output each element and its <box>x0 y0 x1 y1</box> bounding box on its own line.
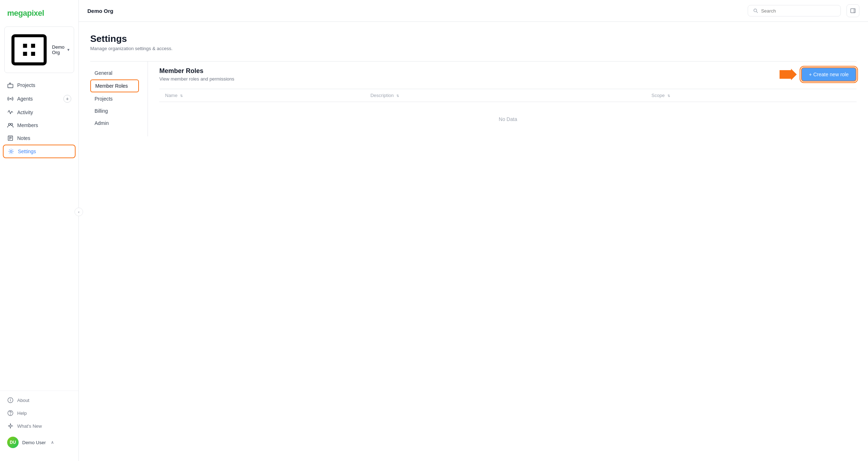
settings-nav-member-roles[interactable]: Member Roles <box>90 79 139 92</box>
svg-point-6 <box>10 98 11 100</box>
sidebar-nav: Projects Agents + Activity <box>0 76 78 390</box>
table-empty-text: No Data <box>159 102 857 137</box>
svg-marker-23 <box>780 69 797 80</box>
search-bar[interactable] <box>748 5 841 16</box>
user-chevron-icon: ∧ <box>51 440 54 445</box>
search-icon <box>753 8 758 14</box>
header: Demo Org <box>79 0 868 22</box>
arrow-indicator <box>780 69 797 80</box>
settings-nav: General Member Roles Projects Billing Ad… <box>90 62 148 136</box>
search-input[interactable] <box>761 8 835 14</box>
people-icon <box>7 122 14 128</box>
settings-nav-billing[interactable]: Billing <box>90 105 139 117</box>
briefcase-icon <box>7 82 14 88</box>
sidebar-item-settings[interactable]: Settings <box>3 145 76 158</box>
svg-point-7 <box>9 123 10 125</box>
sidebar-item-label-settings: Settings <box>18 149 36 154</box>
svg-rect-1 <box>23 44 27 48</box>
panel-button[interactable] <box>847 4 859 17</box>
sidebar-item-label-projects: Projects <box>17 82 35 88</box>
avatar: DU <box>7 437 19 448</box>
svg-point-13 <box>10 151 12 152</box>
add-agent-button[interactable]: + <box>63 95 71 103</box>
table-col-description: Description ⇅ <box>365 89 646 102</box>
settings-section-content: Member Roles View member roles and permi… <box>148 62 857 136</box>
info-icon <box>7 397 14 403</box>
sort-arrows-description[interactable]: ⇅ <box>396 94 399 98</box>
chevron-down-icon: ▾ <box>67 47 69 52</box>
settings-nav-admin[interactable]: Admin <box>90 117 139 129</box>
sidebar-item-label-help: Help <box>17 411 27 416</box>
svg-rect-0 <box>13 36 45 64</box>
svg-line-20 <box>756 11 758 13</box>
note-icon <box>7 135 14 141</box>
main-content: Demo Org Settings Manage organization se… <box>79 0 868 461</box>
svg-point-19 <box>754 9 757 12</box>
svg-rect-21 <box>851 9 855 13</box>
table-col-scope: Scope ⇅ <box>646 89 857 102</box>
section-subtitle: View member roles and permissions <box>159 76 234 82</box>
sidebar-item-label-whats-new: What's New <box>17 423 42 429</box>
sidebar-item-activity[interactable]: Activity <box>0 106 78 119</box>
sort-arrows-name[interactable]: ⇅ <box>180 94 183 98</box>
org-selector[interactable]: Demo Org ▾ <box>4 26 74 73</box>
table-header: Name ⇅ Description ⇅ Scope ⇅ <box>159 89 857 102</box>
panel-icon <box>850 8 856 14</box>
settings-nav-general[interactable]: General <box>90 67 139 79</box>
header-title: Demo Org <box>87 8 742 14</box>
user-name: Demo User <box>22 440 46 445</box>
sidebar-item-whats-new[interactable]: What's New <box>0 419 78 432</box>
sidebar-item-agents[interactable]: Agents + <box>0 92 78 106</box>
broadcast-icon <box>7 96 14 102</box>
create-new-role-button[interactable]: + Create new role <box>801 67 857 82</box>
section-title-block: Member Roles View member roles and permi… <box>159 67 234 82</box>
create-btn-wrapper: + Create new role <box>780 67 857 82</box>
activity-icon <box>7 109 14 116</box>
svg-point-16 <box>10 399 11 399</box>
table-col-name: Name ⇅ <box>159 89 365 102</box>
sidebar-item-members[interactable]: Members <box>0 119 78 132</box>
table-empty-row: No Data <box>159 102 857 137</box>
svg-rect-5 <box>8 84 13 88</box>
question-icon <box>7 410 14 416</box>
table-body: No Data <box>159 102 857 137</box>
sidebar-item-about[interactable]: About <box>0 394 78 407</box>
sidebar-item-notes[interactable]: Notes <box>0 132 78 145</box>
sidebar-collapse-button[interactable]: ‹ <box>74 208 83 216</box>
sparkle-icon <box>7 423 14 429</box>
sidebar-item-label-activity: Activity <box>17 110 33 115</box>
org-name: Demo Org <box>52 44 64 55</box>
page-header: Settings Manage organization settings & … <box>90 33 857 51</box>
roles-table: Name ⇅ Description ⇅ Scope ⇅ <box>159 89 857 136</box>
sort-arrows-scope[interactable]: ⇅ <box>667 94 670 98</box>
sidebar-item-label-about: About <box>17 398 29 403</box>
svg-point-8 <box>11 123 13 125</box>
sidebar-item-label-notes: Notes <box>17 135 30 141</box>
svg-rect-3 <box>23 52 27 56</box>
svg-rect-4 <box>31 52 35 56</box>
logo: megapixel <box>0 6 78 26</box>
page-content: Settings Manage organization settings & … <box>79 22 868 461</box>
building-icon <box>9 30 49 70</box>
sidebar-item-help[interactable]: Help <box>0 407 78 419</box>
settings-nav-projects[interactable]: Projects <box>90 93 139 105</box>
sidebar-item-label-members: Members <box>17 122 38 128</box>
sidebar-item-projects[interactable]: Projects <box>0 79 78 92</box>
sidebar-bottom: About Help What's New DU <box>0 390 78 455</box>
svg-rect-2 <box>31 44 35 48</box>
section-header: Member Roles View member roles and permi… <box>159 67 857 82</box>
page-subtitle: Manage organization settings & access. <box>90 46 857 51</box>
settings-layout: General Member Roles Projects Billing Ad… <box>90 61 857 136</box>
sidebar-item-label-agents: Agents <box>17 96 33 102</box>
gear-icon <box>8 148 14 155</box>
section-title: Member Roles <box>159 67 234 75</box>
svg-point-18 <box>10 414 11 415</box>
logo-text: megapixel <box>7 9 44 18</box>
page-title: Settings <box>90 33 857 44</box>
user-profile[interactable]: DU Demo User ∧ <box>0 432 78 452</box>
